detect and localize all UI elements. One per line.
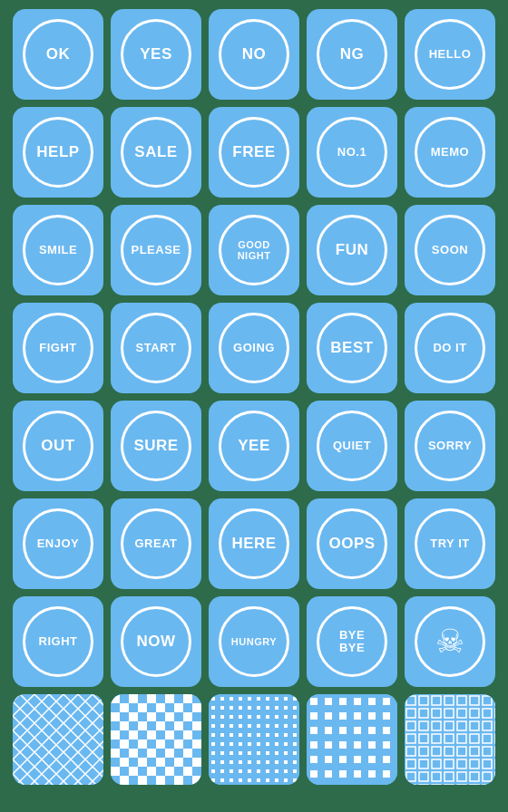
sticker-out[interactable]: OUT (13, 401, 103, 491)
sticker-label: DO IT (433, 342, 466, 354)
sticker-label: FIGHT (39, 342, 77, 354)
sticker-no1[interactable]: NO.1 (307, 107, 397, 198)
sticker-goodnight[interactable]: GOODNIGHT (209, 205, 299, 295)
sticker-label: SMILE (39, 244, 77, 256)
sticker-hungry[interactable]: HUNGRY (209, 596, 299, 687)
sticker-byebye[interactable]: BYEBYE (307, 596, 397, 687)
sticker-yes[interactable]: YES (111, 9, 201, 100)
svg-rect-9 (209, 694, 299, 785)
sticker-right[interactable]: RIGHT (13, 596, 103, 687)
sticker-memo[interactable]: MEMO (405, 107, 495, 198)
sticker-smile[interactable]: SMILE (13, 205, 103, 295)
sticker-going[interactable]: GOING (209, 303, 299, 393)
sticker-no[interactable]: NO (209, 9, 299, 100)
sticker-help[interactable]: HELP (13, 107, 103, 198)
pattern-dots-small-svg (209, 694, 299, 785)
skull-icon: ☠ (435, 623, 464, 661)
sticker-label: SALE (134, 144, 177, 161)
svg-rect-12 (307, 694, 397, 785)
sticker-enjoy[interactable]: ENJOY (13, 498, 103, 589)
sticker-label: OK (46, 46, 71, 63)
sticker-soon[interactable]: SOON (405, 205, 495, 295)
svg-rect-6 (111, 694, 201, 785)
sticker-label: BEST (330, 340, 373, 357)
sticker-skull[interactable]: ☠ (405, 596, 495, 687)
svg-rect-2 (13, 694, 103, 785)
sticker-label: QUIET (333, 440, 371, 452)
sticker-label: HUNGRY (231, 636, 277, 647)
pattern-grid-svg (405, 694, 495, 785)
sticker-label: HERE (231, 536, 276, 553)
sticker-ok[interactable]: OK (13, 9, 103, 100)
pattern-checkers-large[interactable] (111, 694, 201, 785)
sticker-label: GREAT (134, 537, 177, 550)
sticker-label: ENJOY (37, 537, 80, 550)
sticker-fight[interactable]: FIGHT (13, 303, 103, 393)
pattern-dots-medium[interactable] (307, 694, 397, 785)
sticker-label: SORRY (428, 440, 472, 452)
sticker-label: PLEASE (131, 244, 181, 256)
sticker-label: GOING (233, 342, 275, 354)
sticker-sale[interactable]: SALE (111, 107, 201, 198)
sticker-label: NO.1 (337, 146, 366, 159)
sticker-free[interactable]: FREE (209, 107, 299, 198)
sticker-label: START (136, 342, 177, 354)
sticker-start[interactable]: START (111, 303, 201, 393)
pattern-checkers-svg (111, 694, 201, 785)
sticker-label: TRY IT (430, 537, 469, 550)
sticker-grid: OK YES NO NG HELLO HELP SALE FREE NO.1 M… (13, 9, 495, 785)
sticker-label: NO (242, 46, 267, 63)
sticker-yee[interactable]: YEE (209, 401, 299, 491)
pattern-diamonds[interactable] (13, 694, 103, 785)
sticker-label: BYEBYE (339, 629, 365, 655)
sticker-quiet[interactable]: QUIET (307, 401, 397, 491)
sticker-label: FREE (232, 144, 275, 161)
sticker-best[interactable]: BEST (307, 303, 397, 393)
pattern-grid-lines[interactable] (405, 694, 495, 785)
sticker-label: OOPS (328, 536, 375, 553)
sticker-here[interactable]: HERE (209, 498, 299, 589)
sticker-label: SOON (432, 244, 468, 256)
svg-rect-15 (405, 694, 495, 785)
sticker-sorry[interactable]: SORRY (405, 401, 495, 491)
sticker-fun[interactable]: FUN (307, 205, 397, 295)
sticker-oops[interactable]: OOPS (307, 498, 397, 589)
sticker-label: RIGHT (39, 635, 78, 648)
pattern-dots-medium-svg (307, 694, 397, 785)
sticker-hello[interactable]: HELLO (405, 9, 495, 100)
sticker-label: YEE (238, 438, 270, 455)
sticker-label: NOW (136, 633, 175, 651)
sticker-great[interactable]: GREAT (111, 498, 201, 589)
sticker-tryit[interactable]: TRY IT (405, 498, 495, 589)
sticker-label: OUT (41, 438, 74, 455)
sticker-ng[interactable]: NG (307, 9, 397, 100)
sticker-label: GOODNIGHT (238, 239, 271, 261)
sticker-please[interactable]: PLEASE (111, 205, 201, 295)
sticker-now[interactable]: NOW (111, 596, 201, 687)
sticker-label: MEMO (431, 146, 469, 159)
sticker-label: FUN (336, 242, 368, 259)
sticker-sure[interactable]: SURE (111, 401, 201, 491)
sticker-label: NG (340, 46, 365, 63)
pattern-diamonds-svg (13, 694, 103, 785)
sticker-label: YES (140, 46, 172, 63)
sticker-label: SURE (133, 438, 178, 455)
pattern-dots-small[interactable] (209, 694, 299, 785)
sticker-label: HELLO (429, 48, 472, 61)
sticker-label: HELP (36, 144, 79, 161)
sticker-doit[interactable]: DO IT (405, 303, 495, 393)
